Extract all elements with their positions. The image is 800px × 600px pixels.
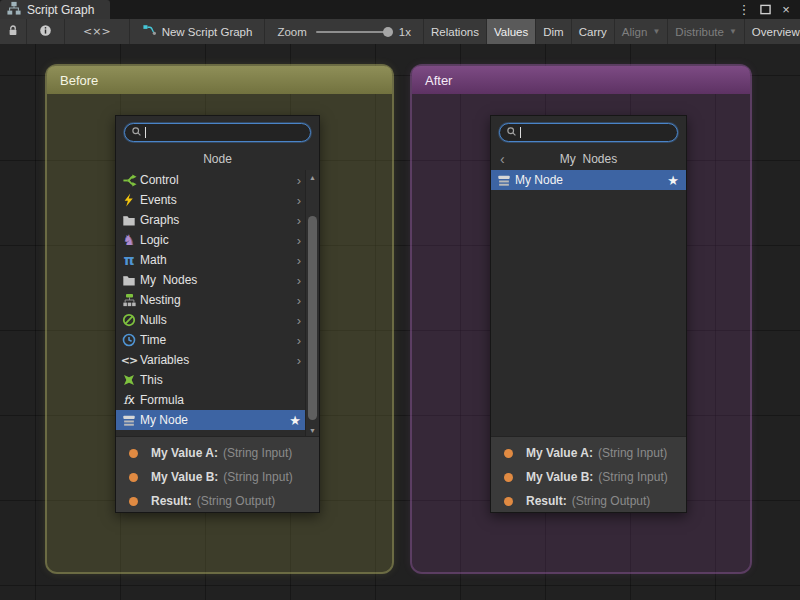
group-before-header[interactable]: Before: [47, 66, 392, 94]
scrollbar-thumb[interactable]: [308, 216, 317, 420]
zoom-slider[interactable]: [316, 31, 390, 33]
favorite-star-icon[interactable]: ★: [289, 414, 301, 427]
port-dot-icon: [129, 497, 138, 506]
toolbar: <×> New Script Graph Zoom 1x Relations V…: [0, 19, 800, 44]
port-dot-icon: [129, 449, 138, 458]
search-row: [491, 116, 686, 148]
favorite-star-icon[interactable]: ★: [667, 174, 679, 187]
info-icon: [39, 24, 52, 39]
lock-icon: [7, 24, 19, 39]
list-item-nulls[interactable]: Nulls ›: [116, 310, 319, 330]
chevron-right-icon: ›: [297, 334, 301, 347]
chevron-right-icon: ›: [297, 174, 301, 187]
nulls-icon: [120, 312, 138, 328]
nesting-icon: [120, 292, 138, 308]
group-before-title: Before: [60, 73, 98, 88]
window-controls: ⋮ ×: [735, 0, 800, 19]
list-item-events[interactable]: Events ›: [116, 190, 319, 210]
search-row: [116, 116, 319, 148]
chevron-right-icon: ›: [297, 214, 301, 227]
folder-icon: [120, 272, 138, 288]
list-item-logic[interactable]: ♞ Logic ›: [116, 230, 319, 250]
overview-button[interactable]: Overview: [745, 19, 800, 44]
edit-source-button[interactable]: <×>: [65, 19, 130, 44]
tab-script-graph[interactable]: Script Graph: [0, 0, 110, 19]
search-input[interactable]: [499, 123, 678, 142]
chevron-right-icon: ›: [297, 314, 301, 327]
list-item-formula[interactable]: fx Formula: [116, 390, 319, 410]
time-icon: [120, 332, 138, 348]
list-item-my-nodes[interactable]: My Nodes ›: [116, 270, 319, 290]
zoom-slider-handle[interactable]: [383, 27, 393, 37]
dim-button[interactable]: Dim: [536, 19, 571, 44]
list-item-control[interactable]: Control ›: [116, 170, 319, 190]
new-script-graph-label: New Script Graph: [162, 26, 253, 38]
search-input[interactable]: [124, 123, 311, 142]
port-dot-icon: [504, 497, 513, 506]
lock-button[interactable]: [0, 19, 27, 44]
align-button[interactable]: Align▼: [615, 19, 669, 44]
formula-icon: fx: [120, 392, 138, 408]
menu-kebab-icon[interactable]: ⋮: [735, 1, 753, 18]
node-ports-preview: My Value A: (String Input) My Value B: (…: [491, 436, 686, 512]
list-item-my-node[interactable]: My Node ★: [116, 410, 319, 430]
chevron-down-icon: ▼: [729, 27, 737, 36]
list-item-variables[interactable]: <> Variables ›: [116, 350, 319, 370]
list-item-nesting[interactable]: Nesting ›: [116, 290, 319, 310]
text-cursor: [145, 127, 146, 138]
chevron-right-icon: ›: [297, 254, 301, 267]
distribute-button[interactable]: Distribute▼: [668, 19, 745, 44]
port-my-value-a: My Value A: (String Input): [491, 441, 686, 465]
chevron-right-icon: ›: [297, 294, 301, 307]
close-icon[interactable]: ×: [777, 1, 795, 18]
fuzzy-finder-after: ‹ My Nodes My Node ★ My Value A: (String…: [490, 115, 687, 513]
variables-icon: <>: [120, 352, 138, 368]
script-graph-window: Script Graph ⋮ × <×> New: [0, 0, 800, 600]
code-brackets-icon: <×>: [83, 26, 111, 37]
this-icon: [120, 372, 138, 388]
events-icon: [120, 192, 138, 208]
my-node-icon: [120, 412, 138, 428]
values-button[interactable]: Values: [487, 19, 536, 44]
port-dot-icon: [504, 473, 513, 482]
zoom-label: Zoom: [277, 26, 306, 38]
scrollbar[interactable]: ▲ ▼: [305, 170, 319, 438]
inspect-button[interactable]: [27, 19, 65, 44]
new-script-graph-button[interactable]: New Script Graph: [130, 19, 266, 44]
fuzzy-finder-before: Node Control › Events › Graphs ›: [115, 115, 320, 513]
zoom-control: Zoom 1x: [265, 19, 424, 44]
script-graph-node-icon: [142, 24, 157, 39]
port-my-value-b: My Value B: (String Input): [491, 465, 686, 489]
port-dot-icon: [504, 449, 513, 458]
control-icon: [120, 172, 138, 188]
list-item-time[interactable]: Time ›: [116, 330, 319, 350]
chevron-right-icon: ›: [297, 274, 301, 287]
port-result: Result: (String Output): [491, 489, 686, 513]
my-node-icon: [495, 172, 513, 188]
chevron-down-icon: ▼: [652, 27, 660, 36]
tab-title: Script Graph: [27, 3, 94, 17]
list-item-this[interactable]: This: [116, 370, 319, 390]
list-item-math[interactable]: π Math ›: [116, 250, 319, 270]
folder-icon: [120, 212, 138, 228]
search-icon: [131, 123, 142, 141]
back-chevron-icon[interactable]: ‹: [500, 149, 505, 169]
finder-header: ‹ My Nodes: [491, 148, 686, 170]
chevron-right-icon: ›: [297, 194, 301, 207]
chevron-right-icon: ›: [297, 354, 301, 367]
maximize-icon[interactable]: [756, 1, 774, 18]
node-ports-preview: My Value A: (String Input) My Value B: (…: [116, 436, 319, 512]
list-item-graphs[interactable]: Graphs ›: [116, 210, 319, 230]
graph-canvas[interactable]: Before After Node: [0, 44, 800, 600]
group-after-title: After: [425, 73, 452, 88]
port-my-value-a: My Value A: (String Input): [116, 441, 319, 465]
port-result: Result: (String Output): [116, 489, 319, 513]
graph-hierarchy-icon: [7, 1, 21, 18]
group-after-header[interactable]: After: [412, 66, 750, 94]
list-item-my-node[interactable]: My Node ★: [491, 170, 686, 190]
node-result-list: My Node ★: [491, 170, 686, 190]
relations-button[interactable]: Relations: [424, 19, 487, 44]
scroll-up-icon[interactable]: ▲: [306, 171, 319, 184]
carry-button[interactable]: Carry: [572, 19, 615, 44]
chevron-right-icon: ›: [297, 234, 301, 247]
